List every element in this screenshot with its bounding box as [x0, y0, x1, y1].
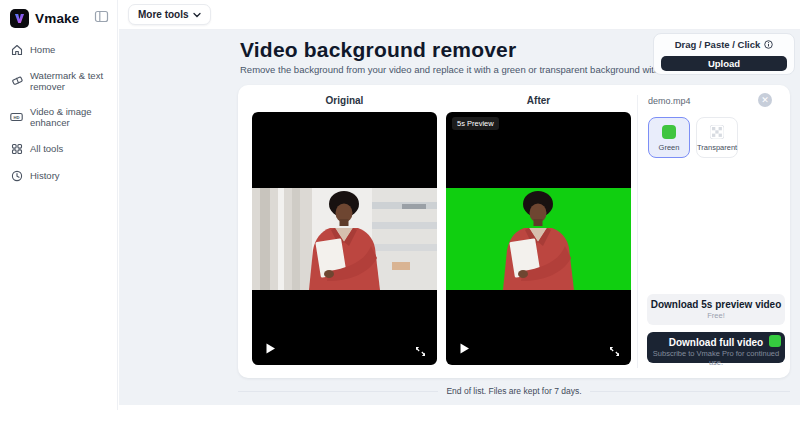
page-title: Video background remover — [240, 38, 516, 62]
file-name: demo.mp4 — [648, 96, 691, 106]
fullscreen-icon[interactable] — [609, 343, 620, 354]
info-icon — [764, 40, 773, 49]
play-icon[interactable] — [264, 341, 277, 354]
option-label: Green — [649, 143, 689, 152]
upload-dropzone[interactable]: Drag / Paste / Click Upload — [653, 33, 795, 75]
upload-hint: Drag / Paste / Click — [654, 39, 794, 50]
original-video-frame — [252, 188, 437, 290]
page-subtitle: Remove the background from your video an… — [240, 64, 719, 75]
original-column-label: Original — [252, 95, 437, 106]
sidebar-item-home[interactable]: Home — [0, 36, 118, 63]
download-full-label: Download full video — [647, 337, 785, 348]
divider-line — [238, 391, 438, 392]
download-full-sub: Subscribe to Vmake Pro for continued use… — [647, 349, 785, 367]
home-icon — [10, 43, 23, 56]
sidebar-item-video-enhancer[interactable]: HD Video & image enhancer — [0, 99, 118, 135]
download-preview-label: Download 5s preview video — [647, 299, 785, 310]
footer-note: End of list. Files are kept for 7 days. — [446, 386, 581, 396]
fullscreen-icon[interactable] — [415, 343, 426, 354]
top-bar: More tools — [119, 0, 800, 30]
divider-line — [590, 391, 790, 392]
close-icon[interactable]: ✕ — [758, 93, 772, 107]
sidebar-item-watermark-remover[interactable]: Watermark & text remover — [0, 63, 118, 99]
list-footer: End of list. Files are kept for 7 days. — [238, 386, 790, 396]
app-window: Vmake Home Watermark & text remover HD — [0, 0, 800, 447]
panel-divider — [637, 95, 638, 368]
background-option-transparent[interactable]: Transparent — [696, 117, 738, 158]
download-full-button[interactable]: Download full video Subscribe to Vmake P… — [647, 332, 785, 363]
original-video-player[interactable] — [252, 112, 437, 365]
transparent-checker-icon — [710, 125, 724, 139]
sidebar-item-all-tools[interactable]: All tools — [0, 135, 118, 162]
svg-text:HD: HD — [13, 115, 19, 120]
sidebar-item-label: Home — [30, 44, 55, 55]
hd-video-icon: HD — [10, 111, 23, 124]
sidebar: Vmake Home Watermark & text remover HD — [0, 0, 118, 410]
preview-badge: 5s Preview — [452, 117, 499, 130]
after-video-player[interactable]: 5s Preview — [446, 112, 631, 365]
main-content: Video background remover Remove the back… — [119, 30, 800, 405]
chevron-down-icon — [193, 12, 201, 18]
sidebar-item-label: All tools — [30, 143, 63, 154]
green-swatch-icon — [662, 125, 676, 139]
download-preview-sub: Free! — [647, 311, 785, 320]
sidebar-item-label: History — [30, 170, 60, 181]
after-column-label: After — [446, 95, 631, 106]
sidebar-item-label: Watermark & text remover — [30, 70, 108, 92]
download-preview-button[interactable]: Download 5s preview video Free! — [647, 294, 785, 325]
sidebar-item-label: Video & image enhancer — [30, 106, 108, 128]
more-tools-label: More tools — [138, 9, 189, 20]
grid-icon — [10, 142, 23, 155]
upload-button[interactable]: Upload — [661, 56, 787, 71]
clock-icon — [10, 169, 23, 182]
eraser-icon — [10, 75, 23, 88]
brand-name: Vmake — [35, 11, 80, 26]
play-icon[interactable] — [458, 341, 471, 354]
after-video-frame — [446, 188, 631, 290]
background-option-green[interactable]: Green — [648, 117, 690, 158]
more-tools-button[interactable]: More tools — [128, 4, 211, 25]
vmake-logo-icon — [10, 9, 29, 28]
result-card: Original After — [238, 85, 790, 378]
sidebar-item-history[interactable]: History — [0, 162, 118, 189]
pro-green-badge-icon — [769, 335, 781, 347]
option-label: Transparent — [697, 143, 737, 152]
sidebar-nav: Home Watermark & text remover HD Video &… — [0, 36, 118, 189]
sidebar-collapse-icon[interactable] — [94, 9, 109, 24]
